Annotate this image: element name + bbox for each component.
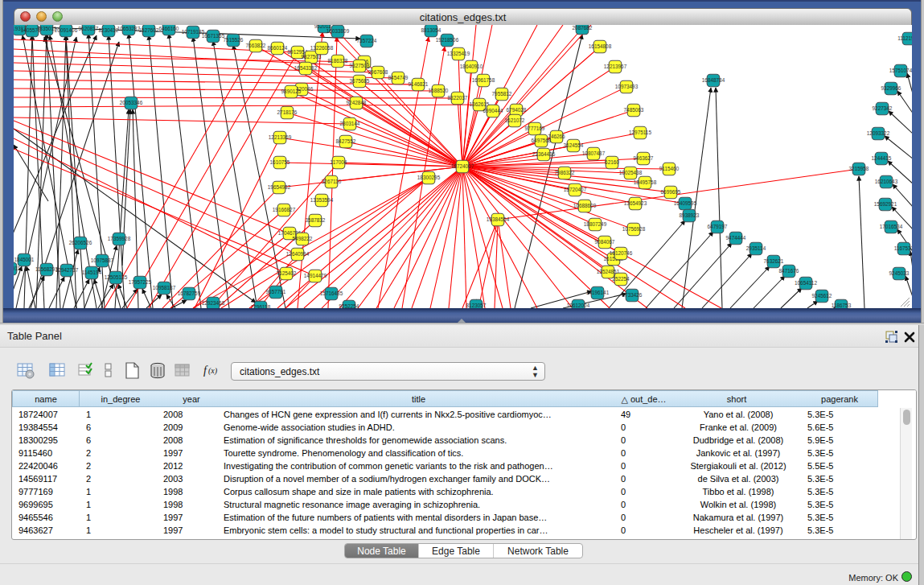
svg-text:26206526: 26206526 — [69, 240, 92, 245]
svg-text:9115460: 9115460 — [659, 166, 680, 171]
svg-text:20053346: 20053346 — [120, 100, 143, 105]
svg-text:15716485: 15716485 — [320, 290, 343, 296]
svg-text:12942737: 12942737 — [55, 267, 79, 273]
svg-text:2967608: 2967608 — [368, 69, 388, 75]
svg-text:1296118: 1296118 — [251, 304, 271, 308]
svg-text:16120746: 16120746 — [610, 250, 633, 256]
svg-text:9463627: 9463627 — [634, 155, 654, 161]
svg-text:10958187: 10958187 — [153, 285, 176, 290]
svg-text:8427552: 8427552 — [336, 138, 356, 144]
svg-text:12093322: 12093322 — [867, 130, 890, 136]
svg-text:10653287: 10653287 — [117, 26, 141, 31]
svg-text:18807249: 18807249 — [584, 221, 607, 227]
svg-text:15751074: 15751074 — [889, 68, 912, 73]
svg-text:3624554: 3624554 — [564, 142, 584, 148]
svg-text:9474444: 9474444 — [726, 235, 746, 241]
svg-text:19654982: 19654982 — [268, 184, 291, 190]
svg-text:16210643: 16210643 — [875, 179, 898, 184]
svg-text:10025438: 10025438 — [619, 170, 643, 175]
svg-text:10756928: 10756928 — [622, 226, 646, 232]
svg-text:9227342: 9227342 — [873, 105, 893, 111]
svg-text:62160: 62160 — [605, 159, 619, 165]
svg-text:7663822: 7663822 — [246, 43, 266, 48]
svg-text:7515526: 7515526 — [224, 37, 244, 43]
svg-text:1145194: 1145194 — [82, 270, 102, 275]
svg-text:16154808: 16154808 — [589, 43, 612, 49]
svg-text:16543382: 16543382 — [294, 65, 318, 71]
svg-text:10807487: 10807487 — [582, 150, 606, 156]
svg-text:13325419: 13325419 — [447, 51, 470, 56]
svg-text:10688609: 10688609 — [573, 203, 597, 208]
svg-text:17957225: 17957225 — [129, 279, 152, 285]
svg-text:9242848: 9242848 — [347, 100, 367, 105]
svg-text:9252254: 9252254 — [339, 303, 359, 308]
svg-text:19384554: 19384554 — [487, 216, 510, 222]
svg-text:20091406: 20091406 — [55, 27, 78, 33]
svg-text:1588520: 1588520 — [429, 88, 449, 93]
svg-text:1610755: 1610755 — [270, 159, 290, 165]
svg-text:15720407: 15720407 — [564, 187, 587, 192]
svg-text:5498222: 5498222 — [293, 236, 313, 241]
svg-text:10654112: 10654112 — [795, 280, 817, 286]
svg-text:6990444: 6990444 — [483, 108, 503, 113]
svg-text:1845001: 1845001 — [14, 257, 35, 262]
svg-text:17359928: 17359928 — [108, 236, 131, 241]
svg-text:8454749: 8454749 — [388, 75, 409, 80]
svg-text:16033809: 16033809 — [326, 28, 350, 34]
svg-text:19218506: 19218506 — [436, 37, 459, 43]
svg-text:12640994: 12640994 — [286, 251, 310, 257]
svg-text:18495758: 18495758 — [634, 179, 657, 185]
svg-text:2087682: 2087682 — [573, 25, 593, 31]
svg-text:2718176: 2718176 — [277, 109, 298, 115]
svg-text:18300295: 18300295 — [417, 175, 441, 180]
svg-text:7955812: 7955812 — [492, 91, 512, 97]
svg-text:7625402: 7625402 — [277, 270, 297, 276]
svg-text:15692921: 15692921 — [874, 201, 897, 207]
svg-text:8660124: 8660124 — [268, 45, 288, 51]
svg-text:10973493: 10973493 — [615, 84, 639, 89]
svg-text:9146821: 9146821 — [409, 81, 429, 87]
svg-text:9777169: 9777169 — [525, 126, 545, 131]
svg-text:252254: 252254 — [612, 276, 630, 282]
svg-text:14914479: 14914479 — [304, 273, 327, 278]
svg-text:7357224: 7357224 — [357, 38, 377, 43]
svg-text:12975115: 12975115 — [629, 130, 651, 135]
svg-text:12213967: 12213967 — [604, 64, 627, 69]
svg-text:12213369: 12213369 — [269, 134, 292, 140]
svg-text:13353594: 13353594 — [310, 197, 334, 203]
svg-text:6699695: 6699695 — [661, 189, 681, 195]
svg-text:12923468: 12923468 — [202, 300, 225, 306]
svg-text:11121904: 11121904 — [897, 35, 912, 41]
svg-text:9327508: 9327508 — [350, 63, 370, 68]
svg-text:6466160: 6466160 — [159, 26, 179, 31]
svg-text:8186328: 8186328 — [328, 58, 348, 64]
svg-text:9245033: 9245033 — [889, 270, 910, 276]
svg-text:1186753: 1186753 — [832, 303, 852, 308]
svg-text:117004: 117004 — [331, 159, 347, 165]
svg-text:9657791: 9657791 — [266, 289, 286, 295]
svg-text:3215958: 3215958 — [849, 166, 869, 171]
svg-text:19166827: 19166827 — [273, 207, 296, 212]
svg-text:9084067: 9084067 — [595, 239, 615, 245]
svg-text:1167533: 1167533 — [894, 245, 912, 251]
svg-text:3675685: 3675685 — [350, 78, 370, 84]
svg-text:1733426: 1733426 — [622, 292, 643, 298]
svg-text:3587832: 3587832 — [306, 217, 326, 223]
svg-text:6479197: 6479197 — [708, 224, 728, 229]
svg-text:16961758: 16961758 — [472, 77, 495, 83]
svg-text:2935114: 2935114 — [746, 245, 766, 251]
svg-text:8813054: 8813054 — [421, 27, 441, 33]
svg-text:9329966: 9329966 — [881, 85, 901, 91]
svg-text:13226058: 13226058 — [310, 45, 334, 51]
svg-text:7632621: 7632621 — [764, 258, 784, 264]
svg-text:21364436: 21364436 — [532, 151, 556, 157]
svg-text:8230412: 8230412 — [99, 27, 119, 33]
svg-text:10612004: 10612004 — [567, 303, 590, 308]
svg-text:16409595: 16409595 — [674, 200, 697, 206]
svg-text:9620817: 9620817 — [79, 26, 99, 31]
svg-text:7485063: 7485063 — [624, 107, 644, 113]
svg-text:8123057: 8123057 — [466, 303, 487, 308]
svg-text:8938923: 8938923 — [680, 212, 700, 218]
svg-text:16671355: 16671355 — [202, 33, 225, 39]
svg-text:8322037: 8322037 — [448, 95, 468, 101]
